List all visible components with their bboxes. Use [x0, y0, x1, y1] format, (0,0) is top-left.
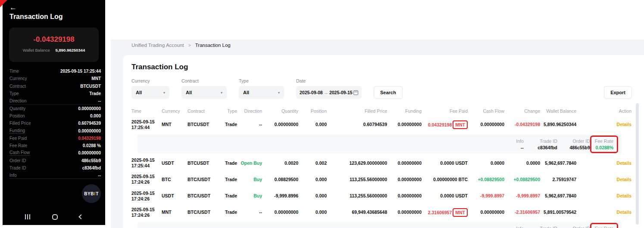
date-end: 2025-09-15 — [329, 90, 353, 95]
home-icon[interactable] — [52, 214, 58, 220]
contract-select[interactable]: All ▾ — [181, 86, 227, 99]
expanded-detail-row: Info-- Trade ID48179327 Order ID48542208… — [138, 222, 622, 228]
date-start: 2025-09-08 — [300, 90, 323, 95]
wallet-balance-value: 5,890.96250344 — [55, 48, 85, 52]
transaction-table: TimeCurrency ContractType DirectionQuant… — [131, 106, 632, 228]
table-row: 2025-09-1517:24:26 USDT BTC/USDT Trade B… — [131, 188, 632, 204]
back-arrow-icon[interactable]: ← — [9, 3, 17, 12]
breadcrumb-parent-link[interactable]: Unified Trading Account — [131, 43, 184, 48]
chevron-down-icon: ▾ — [278, 91, 280, 95]
detail-row-cash-flow: Cash Flow0.00000000 — [9, 149, 101, 157]
details-link[interactable]: Details — [576, 160, 631, 166]
phone-page-title: Transaction Log — [9, 13, 63, 21]
web-transaction-log-page: Unified Trading Account > Transaction Lo… — [111, 0, 644, 228]
transaction-log-card: Transaction Log Currency All ▾ Contract … — [123, 55, 644, 228]
detail-row-funding: Funding0.00000000 — [9, 127, 101, 134]
page-title: Transaction Log — [131, 63, 632, 71]
annotation-box-fee-rate: Fee Rate0.0288% — [590, 136, 618, 153]
detail-row-currency: CurrencyMNT — [9, 75, 101, 82]
vertical-scrollbar[interactable] — [636, 103, 639, 225]
detail-row-filled-price: Filled Price0.60794539 — [9, 120, 101, 127]
date-range-picker[interactable]: 2025-09-08 → 2025-09-15 — [296, 86, 362, 99]
detail-row-type: TypeTrade — [9, 90, 101, 97]
fee-paid-cell: 0.00000000 BTC — [422, 177, 468, 182]
fee-summary-card: -0.04329198 Wallet Balance 5,890.9625034… — [9, 28, 99, 62]
detail-row-fee-paid: Fee Paid0.04329198 — [9, 135, 101, 142]
table-row: 2025-09-1517:25:44 MNT BTCUSDT Trade -- … — [131, 116, 632, 133]
date-arrow-icon: → — [324, 90, 328, 95]
date-filter-label: Date — [296, 78, 362, 83]
table-row: 2025-09-1517:24:26 MNT BTC/USDT Trade --… — [131, 204, 632, 221]
details-link[interactable]: Details — [576, 210, 631, 215]
detail-row-time: Time2025-09-15 17:25:44 — [9, 68, 101, 75]
phone-transaction-detail-panel: ← Transaction Log -0.04329198 Wallet Bal… — [3, 0, 105, 225]
wallet-balance-label: Wallet Balance — [23, 48, 50, 52]
bybit-logo: BYBIT — [82, 184, 101, 203]
android-nav-bar — [3, 211, 105, 222]
fee-paid-cell: 0.0000 USDT — [422, 193, 468, 199]
fee-amount: -0.04329198 — [9, 35, 99, 44]
annotation-box-fee-unit: MNT — [453, 208, 468, 217]
detail-row-contract: ContractBTCUSDT — [9, 83, 101, 90]
currency-filter-label: Currency — [131, 78, 169, 83]
detail-row-trade-id: Trade IDc8364fbd — [9, 164, 101, 172]
table-header: TimeCurrency ContractType DirectionQuant… — [131, 106, 632, 116]
table-row: 2025-09-1517:25:44 USDT BTCUSDT Trade Op… — [131, 155, 632, 171]
contract-filter-label: Contract — [181, 78, 227, 83]
fee-paid-cell: 2.31606957MNT — [422, 208, 468, 217]
transaction-detail-list: Time2025-09-15 17:25:44 CurrencyMNT Cont… — [9, 68, 101, 179]
detail-row-fee-rate: Fee Rate0.0288 % — [9, 142, 101, 149]
chevron-down-icon: ▾ — [221, 91, 222, 95]
detail-row-direction: Direction-- — [9, 97, 101, 105]
filter-bar: Currency All ▾ Contract All ▾ Type All ▾ — [131, 78, 632, 99]
expanded-detail-row: Info-- Trade IDc8364fbd Order ID486c55b9… — [138, 135, 622, 154]
annotation-corner-marker — [0, 0, 7, 7]
fee-paid-cell: 0.0000 USDT — [422, 160, 468, 166]
details-link[interactable]: Details — [576, 193, 631, 199]
breadcrumb: Unified Trading Account > Transaction Lo… — [131, 43, 231, 48]
detail-row-quantity: Quantity0.00000000 — [9, 105, 101, 112]
detail-row-info: Info-- — [9, 172, 101, 179]
recents-icon[interactable] — [25, 214, 30, 219]
detail-row-order-id: Order ID486c55b9 — [9, 157, 101, 164]
search-button[interactable]: Search — [374, 86, 403, 99]
details-link[interactable]: Details — [576, 122, 631, 127]
annotation-box-fee-unit: MNT — [453, 120, 468, 129]
type-select[interactable]: All ▾ — [239, 86, 284, 99]
table-row: 2025-09-1517:24:26 BTC BTC/USDT Trade Bu… — [131, 171, 632, 188]
chevron-down-icon: ▾ — [163, 91, 165, 95]
breadcrumb-separator: > — [188, 43, 191, 48]
annotation-box-fee-rate: Fee Rate0.0375% — [590, 223, 618, 228]
currency-select[interactable]: All ▾ — [131, 86, 169, 99]
details-link[interactable]: Details — [576, 177, 631, 182]
calendar-icon — [353, 90, 358, 95]
nav-back-icon[interactable] — [78, 214, 83, 219]
breadcrumb-current: Transaction Log — [195, 43, 231, 48]
detail-row-position: Position0.000 — [9, 112, 101, 120]
type-filter-label: Type — [239, 78, 284, 83]
export-button[interactable]: Export — [604, 86, 632, 99]
fee-paid-cell: 0.04329198MNT — [422, 120, 468, 129]
